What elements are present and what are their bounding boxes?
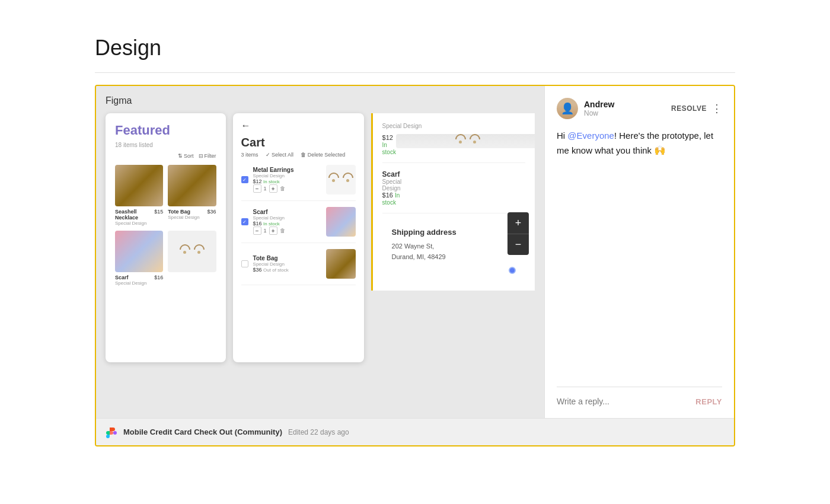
cart-scarf-info: Scarf Special Design $16 In stock − 1 + …	[253, 209, 321, 235]
cart-earrings-qty: − 1 + 🗑	[253, 184, 321, 193]
footer-title: Mobile Credit Card Check Out (Community)	[123, 428, 282, 436]
special-design-label: Special Design	[382, 123, 525, 129]
cart-item-tote: Tote Bag Special Design $36 Out of stock	[241, 249, 356, 285]
tote-brand: Special Design	[168, 215, 216, 220]
cart-earrings-name: Metal Earrings	[253, 167, 321, 173]
featured-title: Featured	[115, 123, 216, 138]
scarf-price: $16	[154, 275, 163, 280]
cart-items-count: 3 items	[241, 152, 258, 158]
cart-back-button[interactable]: ←	[241, 120, 356, 131]
featured-phone-frame: Featured 18 items listed ⇅ Sort ⊟ Filter	[106, 113, 226, 362]
reply-input[interactable]	[557, 397, 695, 406]
checkout-item-scarf: Scarf Special Design $16 In stock	[382, 170, 525, 213]
delete-scarf-button[interactable]: 🗑	[280, 228, 285, 234]
filter-icon: ⊟	[199, 153, 203, 159]
comment-emoji: 🙌	[654, 145, 666, 155]
shipping-section: Shipping address 202 Wayne St, Durand, M…	[382, 221, 525, 281]
product-item-earrings[interactable]	[168, 231, 216, 286]
comment-author-info: Andrew Now	[584, 100, 671, 117]
checkout-earrings-image	[396, 134, 535, 148]
cart-checkbox-tote[interactable]	[241, 260, 248, 267]
cart-scarf-brand: Special Design	[253, 215, 321, 221]
zoom-out-button[interactable]: −	[507, 234, 529, 255]
filter-button[interactable]: ⊟ Filter	[199, 153, 216, 159]
zoom-controls: + −	[507, 212, 529, 255]
earrings-image	[168, 231, 216, 272]
more-options-button[interactable]: ⋮	[711, 102, 722, 115]
necklace-price: $15	[154, 209, 163, 221]
product-grid: SeashellNecklace $15 Special Design Tote…	[115, 165, 216, 286]
checkout-item-earrings: $12 In stock	[382, 134, 525, 163]
checkout-scarf-stock: In stock	[382, 192, 400, 206]
cart-checkbox-earrings[interactable]: ✓	[241, 176, 248, 183]
cart-earrings-price: $12 In stock	[253, 178, 321, 184]
comment-panel: 👤 Andrew Now RESOLVE ⋮ Hi @Everyone! Her…	[544, 86, 734, 418]
qty-plus-scarf[interactable]: +	[269, 227, 277, 235]
figma-label: Figma	[106, 95, 535, 106]
figma-footer-icon	[106, 426, 117, 438]
cart-earrings-image	[326, 165, 356, 194]
page-title: Design	[95, 36, 735, 60]
location-dot	[509, 267, 516, 274]
reply-area: REPLY	[557, 387, 722, 406]
product-item-necklace[interactable]: SeashellNecklace $15 Special Design	[115, 165, 163, 226]
cart-earrings-stock: In stock	[263, 179, 280, 184]
card-footer: Mobile Credit Card Check Out (Community)…	[96, 418, 734, 445]
svg-point-0	[113, 431, 117, 435]
checkout-scarf-details: Scarf Special Design $16 In stock	[382, 170, 402, 206]
qty-plus-earrings[interactable]: +	[269, 184, 277, 193]
avatar: 👤	[557, 98, 578, 119]
qty-minus-scarf[interactable]: −	[253, 227, 261, 235]
necklace-brand: Special Design	[115, 221, 163, 226]
comment-actions: RESOLVE ⋮	[671, 102, 722, 115]
comment-header: 👤 Andrew Now RESOLVE ⋮	[557, 98, 722, 119]
qty-value-scarf: 1	[264, 228, 267, 234]
cart-meta: 3 items ✓ Select All 🗑 Delete Selected	[241, 152, 356, 158]
necklace-name: SeashellNecklace	[115, 209, 138, 221]
comment-time: Now	[584, 109, 671, 117]
cart-item-scarf: ✓ Scarf Special Design $16 In stock − 1 …	[241, 207, 356, 243]
cart-checkbox-scarf[interactable]: ✓	[241, 218, 248, 225]
zoom-in-button[interactable]: +	[507, 212, 529, 234]
qty-minus-earrings[interactable]: −	[253, 184, 261, 193]
tote-price: $36	[208, 209, 216, 215]
footer-subtitle: Edited 22 days ago	[288, 428, 349, 436]
checkout-earrings-stock: In stock	[382, 142, 396, 155]
scarf-brand: Special Design	[115, 280, 163, 286]
product-item-tote[interactable]: Tote Bag $36 Special Design	[168, 165, 216, 226]
cart-scarf-qty: − 1 + 🗑	[253, 227, 321, 235]
select-all-button[interactable]: ✓ Select All	[266, 152, 294, 158]
shipping-line2: Durand, MI, 48429	[392, 252, 516, 263]
cart-scarf-image	[326, 207, 356, 237]
comment-author: Andrew	[584, 100, 671, 109]
product-item-scarf[interactable]: Scarf $16 Special Design	[115, 231, 163, 286]
reply-button[interactable]: REPLY	[695, 397, 722, 406]
cart-scarf-price: $16 In stock	[253, 221, 321, 227]
featured-subtitle: 18 items listed	[115, 142, 216, 148]
cart-tote-image	[326, 249, 356, 279]
delete-earrings-button[interactable]: 🗑	[280, 186, 285, 192]
card-inner: Figma Featured 18 items listed ⇅ Sort	[96, 86, 734, 418]
cart-tote-info: Tote Bag Special Design $36 Out of stock	[253, 255, 321, 273]
comment-text-before: Hi	[557, 130, 567, 141]
tote-image	[168, 165, 216, 206]
comment-text: Hi @Everyone! Here's the prototype, let …	[557, 129, 722, 158]
checkout-panel: Special Design $12 In stock	[371, 113, 535, 291]
cart-item-earrings: ✓ Metal Earrings Special Design $12 In s…	[241, 165, 356, 201]
avatar-face: 👤	[557, 98, 578, 119]
shipping-title: Shipping address	[392, 228, 516, 237]
shipping-address: 202 Wayne St, Durand, MI, 48429	[392, 241, 516, 262]
qty-value-earrings: 1	[264, 186, 267, 192]
sort-button[interactable]: ⇅ Sort	[178, 153, 194, 159]
cart-tote-name: Tote Bag	[253, 255, 321, 261]
necklace-image	[115, 165, 163, 206]
resolve-button[interactable]: RESOLVE	[671, 104, 707, 113]
figma-frames: Featured 18 items listed ⇅ Sort ⊟ Filter	[106, 113, 535, 362]
divider	[95, 72, 735, 73]
cart-tote-brand: Special Design	[253, 261, 321, 267]
page-container: Design Figma Featured 18 items listed ⇅	[0, 0, 830, 482]
comment-mention[interactable]: @Everyone	[567, 130, 614, 141]
cart-phone-frame: ← Cart 3 items ✓ Select All 🗑 Delete Sel…	[233, 113, 364, 362]
scarf-name: Scarf	[115, 275, 129, 280]
delete-selected-button[interactable]: 🗑 Delete Selected	[301, 152, 345, 158]
